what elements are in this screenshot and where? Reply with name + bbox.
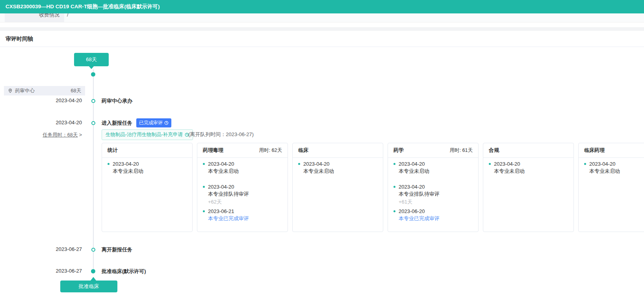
card-statistics: 统计 2023-04-20 本专业未启动: [102, 143, 193, 232]
card-entry: 2023-04-20 本专业未启动: [584, 161, 644, 175]
page-title: CXSB2300039—HD CD19 CAR-T细胞—批准临床(临床默示许可): [6, 4, 160, 9]
card-pharmaceutics: 药学 用时: 61天 2023-04-20 本专业未启动 2023-04-20 …: [388, 143, 479, 232]
task-duration-link-row: 任务用时：68天 >: [39, 132, 82, 138]
card-title: 统计: [108, 147, 118, 154]
page-title-bar: CXSB2300039—HD CD19 CAR-T细胞—批准临床(临床默示许可): [0, 0, 644, 13]
entry-date: 2023-04-20: [303, 161, 377, 168]
event-node-open: [91, 121, 95, 125]
review-center-bar: 药审中心 68天: [4, 86, 85, 95]
total-duration-badge: 68天: [74, 53, 109, 66]
entry-status: 本专业排队待审评: [399, 191, 473, 198]
event-title: 药审中心承办: [102, 97, 132, 105]
event-date: 2023-04-20: [39, 120, 82, 125]
approval-badge: 批准临床: [60, 281, 117, 292]
bullet-dot-icon: [298, 163, 300, 165]
entry-date: 2023-06-20: [399, 208, 473, 215]
event-date: 2023-06-27: [39, 246, 82, 252]
entry-date: 2023-04-20: [494, 161, 568, 168]
bullet-dot-icon: [108, 163, 109, 165]
entry-status: 本专业未启动: [208, 168, 282, 175]
entry-date: 2023-04-20: [113, 161, 187, 168]
timeline-end-dot: [91, 269, 95, 273]
queue-days-note: +62天: [208, 198, 282, 206]
entry-date: 2023-04-20: [208, 183, 282, 191]
card-clinical: 临床 2023-04-20 本专业未启动: [292, 143, 383, 232]
status-badge: 已完成审评: [136, 118, 171, 127]
entry-status: 本专业未启动: [303, 168, 377, 175]
card-title: 临床药理: [584, 147, 605, 154]
section-title: 审评时间轴: [0, 31, 644, 47]
bullet-dot-icon: [203, 163, 205, 165]
task-duration-link[interactable]: 任务用时：68天: [43, 132, 78, 138]
entry-date: 2023-04-20: [399, 161, 473, 168]
queue-days-note: +61天: [399, 198, 473, 206]
event-date: 2023-06-27: [39, 268, 82, 274]
event-node-open: [91, 248, 95, 252]
bullet-dot-icon: [203, 210, 205, 212]
bullet-dot-icon: [393, 163, 395, 165]
event-title-row: 进入新报任务 已完成审评: [102, 118, 171, 127]
badge-pointer-down: [89, 66, 94, 69]
review-timeline-page: CXSB2300039—HD CD19 CAR-T细胞—批准临床(临床默示许可)…: [0, 0, 644, 303]
card-entry: 2023-04-20 本专业未启动: [108, 161, 187, 175]
card-entry: 2023-06-20 本专业已完成审评: [393, 208, 473, 222]
event-title: 批准临床(默示许可): [102, 268, 146, 275]
timeline-panel: 审评时间轴 68天 药审中心 68天 2023-04-20 药审中心承办 202…: [0, 31, 644, 303]
card-entry: 2023-04-20 本专业未启动: [203, 161, 282, 175]
info-row-label: 收费情况: [5, 13, 64, 22]
event-title: 进入新报任务: [102, 120, 132, 127]
entry-status-link[interactable]: 本专业已完成审评: [208, 215, 282, 222]
bullet-dot-icon: [489, 163, 491, 165]
card-title: 临床: [298, 147, 308, 154]
entry-status: 本专业未启动: [113, 168, 187, 175]
card-entry: 2023-04-20 本专业未启动: [298, 161, 377, 175]
card-entry: 2023-04-20 本专业未启动: [393, 161, 473, 175]
card-duration: 用时: 61天: [450, 147, 473, 154]
card-compliance: 合规 2023-04-20 本专业未启动: [483, 143, 574, 232]
entry-date: 2023-04-20: [399, 183, 473, 191]
bullet-dot-icon: [393, 186, 395, 188]
clock-icon: [164, 121, 169, 125]
entry-status: 本专业未启动: [399, 168, 473, 175]
entry-date: 2023-04-20: [208, 161, 282, 168]
card-clinical-pharmacology: 临床药理 2023-04-20 本专业未启动: [578, 143, 644, 232]
specialty-cards: 统计 2023-04-20 本专业未启动 药理毒理 用时: 6: [102, 143, 644, 232]
event-node-open: [91, 99, 95, 103]
panel-divider: [0, 27, 644, 31]
badge-pointer-up: [91, 277, 96, 281]
timeline-start-dot: [91, 72, 95, 77]
entry-date: 2023-06-21: [208, 208, 282, 215]
card-entry: 2023-06-21 本专业已完成审评: [203, 208, 282, 222]
entry-status: 本专业排队待审评: [208, 191, 282, 198]
review-center-duration: 68天: [71, 88, 81, 94]
queue-leave-time-note: (离开队列时间：2023-06-27): [188, 131, 254, 138]
review-center-name: 药审中心: [15, 88, 35, 94]
bullet-dot-icon: [584, 163, 586, 165]
card-duration: 用时: 62天: [259, 147, 282, 154]
card-title: 合规: [489, 147, 499, 154]
card-entry: 2023-04-20 本专业排队待审评: [203, 183, 282, 198]
card-entry: 2023-04-20 本专业排队待审评: [393, 183, 473, 198]
chevron-right-icon[interactable]: >: [79, 132, 82, 138]
location-pin-icon: [8, 88, 13, 93]
entry-date: 2023-04-20: [589, 161, 644, 168]
entry-status: 本专业未启动: [494, 168, 568, 175]
application-type-tag: 生物制品-治疗用生物制品-补充申请: [102, 129, 193, 140]
card-title: 药理毒理: [203, 147, 223, 154]
panel-gap: [0, 22, 644, 27]
card-entry: 2023-04-20 本专业未启动: [489, 161, 568, 175]
bullet-dot-icon: [393, 210, 395, 212]
event-date: 2023-04-20: [39, 97, 82, 103]
info-row-fee: 收费情况 /: [0, 13, 644, 22]
bullet-dot-icon: [203, 186, 205, 188]
entry-status: 本专业未启动: [589, 168, 644, 175]
card-pharmacology-toxicology: 药理毒理 用时: 62天 2023-04-20 本专业未启动 2023-04-2…: [197, 143, 288, 232]
info-row-value: /: [67, 13, 69, 22]
timeline: 68天 药审中心 68天 2023-04-20 药审中心承办 2023-04-2…: [0, 47, 644, 303]
card-title: 药学: [393, 147, 404, 154]
entry-status-link[interactable]: 本专业已完成审评: [399, 215, 473, 222]
event-title: 离开新报任务: [102, 246, 132, 253]
